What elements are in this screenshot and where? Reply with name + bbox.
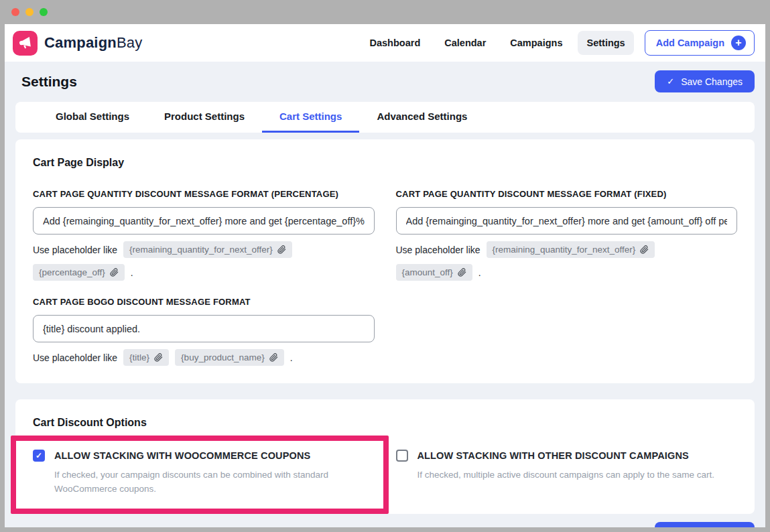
- hint-suffix: .: [290, 352, 293, 363]
- placeholder-chip[interactable]: {percentage_off}: [33, 264, 125, 281]
- page-header: Settings ✓ Save Changes: [15, 70, 755, 92]
- close-window-icon[interactable]: [11, 8, 19, 16]
- hint-suffix: .: [131, 267, 133, 278]
- percentage-message-label: CART PAGE QUANTITY DISCOUNT MESSAGE FORM…: [33, 189, 375, 199]
- check-icon: ✓: [34, 451, 44, 460]
- option-stack-other-campaigns: ✓ ALLOW STACKING WITH OTHER DISCOUNT CAM…: [396, 449, 738, 482]
- cart-page-display-card: Cart Page Display CART PAGE QUANTITY DIS…: [15, 139, 755, 383]
- option-text: ALLOW STACKING WITH WOOCOMMERCE COUPONS …: [54, 449, 375, 496]
- option-description: If checked, your campaign discounts can …: [54, 468, 375, 496]
- percentage-message-field: CART PAGE QUANTITY DISCOUNT MESSAGE FORM…: [33, 189, 375, 281]
- option-description: If checked, multiple active discount cam…: [418, 468, 714, 482]
- cart-discount-options-card: Cart Discount Options ✓ ALLOW STACKING W…: [15, 399, 755, 514]
- chip-text: {remaining_quantity_for_next_offer}: [493, 245, 636, 255]
- brand-logo[interactable]: CampaignBay: [13, 31, 142, 56]
- cart-page-display-heading: Cart Page Display: [33, 157, 737, 169]
- tab-cart-settings[interactable]: Cart Settings: [262, 102, 359, 133]
- stack-woocommerce-checkbox[interactable]: ✓: [33, 450, 45, 462]
- paperclip-icon: [154, 353, 163, 362]
- chip-text: {title}: [129, 352, 149, 362]
- chip-text: {buy_product_name}: [181, 352, 265, 362]
- fixed-message-input[interactable]: [396, 207, 738, 235]
- paperclip-icon: [640, 245, 649, 254]
- add-campaign-label: Add Campaign: [656, 38, 724, 48]
- option-text: ALLOW STACKING WITH OTHER DISCOUNT CAMPA…: [418, 449, 714, 482]
- save-changes-label: Save Changes: [681, 76, 743, 87]
- tab-advanced-settings[interactable]: Advanced Settings: [359, 102, 485, 133]
- placeholder-chip[interactable]: {remaining_quantity_for_next_offer}: [123, 241, 292, 258]
- display-left-column: CART PAGE QUANTITY DISCOUNT MESSAGE FORM…: [33, 189, 375, 366]
- minimize-window-icon[interactable]: [25, 8, 34, 16]
- option-stack-woocommerce-coupons: ✓ ALLOW STACKING WITH WOOCOMMERCE COUPON…: [33, 449, 375, 496]
- cart-discount-options-heading: Cart Discount Options: [33, 417, 737, 429]
- bogo-message-input[interactable]: [33, 315, 375, 342]
- hint-prefix: Use placeholder like: [33, 352, 117, 363]
- paperclip-icon: [110, 268, 119, 277]
- placeholder-chip[interactable]: {buy_product_name}: [175, 349, 284, 366]
- nav-item-dashboard[interactable]: Dashboard: [361, 31, 430, 55]
- placeholder-chip[interactable]: {title}: [123, 349, 169, 366]
- browser-window: CampaignBay Dashboard Calendar Campaigns…: [0, 0, 770, 532]
- chip-text: {amount_off}: [402, 267, 453, 277]
- footer-actions: ✓ Save Changes: [15, 514, 755, 527]
- bogo-message-label: CART PAGE BOGO DISCOUNT MESSAGE FORMAT: [33, 297, 375, 307]
- stack-other-campaigns-checkbox[interactable]: ✓: [396, 450, 408, 462]
- nav-item-calendar[interactable]: Calendar: [436, 31, 495, 55]
- save-changes-button-bottom[interactable]: ✓ Save Changes: [655, 522, 755, 527]
- bogo-hint-row: Use placeholder like {title} {buy_produc…: [33, 349, 375, 366]
- page-title: Settings: [21, 74, 77, 90]
- fixed-message-field: CART PAGE QUANTITY DISCOUNT MESSAGE FORM…: [396, 189, 738, 281]
- bogo-message-field: CART PAGE BOGO DISCOUNT MESSAGE FORMAT U…: [33, 297, 375, 366]
- brand-name: CampaignBay: [44, 34, 142, 52]
- hint-suffix: .: [478, 267, 481, 278]
- nav-item-settings[interactable]: Settings: [578, 31, 633, 55]
- maximize-window-icon[interactable]: [40, 8, 48, 16]
- placeholder-chip[interactable]: {remaining_quantity_for_next_offer}: [487, 241, 655, 258]
- megaphone-icon: [13, 31, 38, 56]
- main-nav: Dashboard Calendar Campaigns Settings Ad…: [361, 30, 755, 56]
- chip-text: {remaining_quantity_for_next_offer}: [129, 245, 273, 255]
- paperclip-icon: [458, 268, 466, 277]
- fixed-message-label: CART PAGE QUANTITY DISCOUNT MESSAGE FORM…: [396, 189, 738, 199]
- option-label: ALLOW STACKING WITH OTHER DISCOUNT CAMPA…: [418, 449, 714, 462]
- check-icon: ✓: [667, 76, 674, 86]
- hint-prefix: Use placeholder like: [396, 245, 480, 255]
- percentage-message-input[interactable]: [33, 207, 375, 235]
- window-content: CampaignBay Dashboard Calendar Campaigns…: [5, 24, 765, 527]
- chip-text: {percentage_off}: [39, 267, 105, 277]
- paperclip-icon: [269, 353, 278, 362]
- settings-page: Settings ✓ Save Changes Global Settings …: [5, 70, 765, 527]
- paperclip-icon: [277, 245, 286, 254]
- fixed-hint-row: Use placeholder like {remaining_quantity…: [396, 241, 738, 281]
- placeholder-chip[interactable]: {amount_off}: [396, 264, 472, 281]
- save-changes-button-top[interactable]: ✓ Save Changes: [655, 70, 755, 92]
- hint-prefix: Use placeholder like: [33, 245, 117, 255]
- plus-icon: +: [731, 36, 746, 50]
- option-label: ALLOW STACKING WITH WOOCOMMERCE COUPONS: [54, 449, 375, 462]
- display-right-column: CART PAGE QUANTITY DISCOUNT MESSAGE FORM…: [396, 189, 738, 281]
- add-campaign-button[interactable]: Add Campaign +: [645, 30, 755, 56]
- percentage-hint-row: Use placeholder like {remaining_quantity…: [33, 241, 375, 281]
- tab-global-settings[interactable]: Global Settings: [38, 102, 147, 133]
- settings-tabs: Global Settings Product Settings Cart Se…: [15, 102, 755, 133]
- window-titlebar: [0, 0, 770, 24]
- app-header: CampaignBay Dashboard Calendar Campaigns…: [5, 24, 765, 62]
- tab-product-settings[interactable]: Product Settings: [147, 102, 262, 133]
- nav-item-campaigns[interactable]: Campaigns: [501, 31, 571, 55]
